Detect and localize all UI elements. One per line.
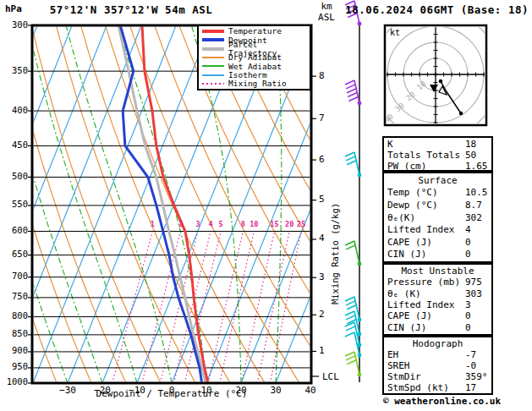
legend-row: Isotherm bbox=[200, 71, 308, 79]
isotherm-line bbox=[33, 25, 176, 383]
wind-barb-feather bbox=[346, 326, 355, 331]
wind-barb-feather bbox=[347, 89, 356, 93]
temp-tick-label: 30 bbox=[263, 386, 288, 396]
mixing-ratio-value-label: 1 bbox=[143, 221, 162, 228]
stats-row: StmDir359° bbox=[387, 371, 488, 382]
stats-row-value: 18 bbox=[465, 139, 476, 150]
wind-barb-feather bbox=[345, 311, 354, 315]
parcel-trajectory-legend-swatch bbox=[202, 47, 224, 51]
stats-row: Lifted Index3 bbox=[387, 299, 488, 310]
stats-row-label: Temp (°C) bbox=[387, 187, 438, 198]
stats-row-value: 0 bbox=[465, 310, 471, 321]
wind-barb-feather bbox=[346, 315, 355, 320]
stats-row: θₑ(K)302 bbox=[387, 211, 488, 224]
wind-barb-feather bbox=[346, 85, 355, 89]
copyright-watermark: © weatheronline.co.uk bbox=[364, 397, 520, 407]
stats-row: CIN (J)0 bbox=[387, 322, 488, 333]
legend-label: Isotherm bbox=[228, 71, 267, 79]
wet-adiabat-line bbox=[28, 25, 137, 383]
stats-row: PW (cm)1.65 bbox=[387, 161, 488, 172]
stats-row-value: 359° bbox=[465, 371, 488, 382]
stats-row-label: Dewp (°C) bbox=[387, 200, 438, 211]
pressure-tick-label: 750 bbox=[3, 292, 28, 302]
stats-box-header: Surface bbox=[387, 174, 488, 187]
legend-row: Temperature bbox=[200, 27, 308, 36]
dewpoint-legend-swatch bbox=[202, 38, 224, 41]
stats-row: Temp (°C)10.5 bbox=[387, 187, 488, 200]
wind-barb-shaft bbox=[354, 241, 359, 264]
legend-row: Dry Adiabat bbox=[200, 53, 308, 62]
wind-barb-feather bbox=[345, 152, 354, 156]
stats-row-value: 0 bbox=[465, 249, 471, 260]
km-tick-label: 6 bbox=[319, 155, 325, 165]
wind-barb-feather bbox=[345, 332, 354, 337]
wind-barb-feather bbox=[348, 93, 357, 97]
temp-tick-label: −10 bbox=[124, 386, 150, 396]
stats-row-label: StmSpd (kt) bbox=[387, 382, 449, 393]
stats-row-label: θₑ (K) bbox=[387, 288, 421, 299]
km-tick-label: 3 bbox=[319, 272, 325, 282]
stats-row-label: Pressure (mb) bbox=[387, 277, 460, 288]
stats-row-label: CIN (J) bbox=[387, 249, 426, 260]
temp-tick-label: −30 bbox=[55, 386, 80, 396]
wind-barb-shaft bbox=[354, 80, 359, 103]
stats-box: SurfaceTemp (°C)10.5Dewp (°C)8.7θₑ(K)302… bbox=[382, 172, 493, 263]
km-tick-label: 1 bbox=[319, 346, 325, 356]
pressure-tick-label: 300 bbox=[3, 20, 28, 30]
mixing-ratio-value-label: 2 bbox=[171, 221, 189, 228]
legend-label: Mixing Ratio bbox=[228, 79, 287, 88]
stats-row: SREH-0 bbox=[387, 360, 488, 371]
pressure-tick-label: 450 bbox=[3, 140, 28, 151]
stats-box-header: Most Unstable bbox=[387, 266, 488, 277]
km-tick-label: 5 bbox=[319, 195, 325, 205]
stats-row: CAPE (J)0 bbox=[387, 310, 488, 321]
stats-row: Dewp (°C)8.7 bbox=[387, 199, 488, 211]
stats-row-value: 3 bbox=[465, 299, 471, 310]
temp-tick-label: −20 bbox=[90, 386, 115, 396]
mixing-ratio-value-label: 5 bbox=[211, 221, 230, 228]
hodograph-unit-label: kt bbox=[390, 28, 400, 37]
stats-row-value: 1.65 bbox=[465, 161, 488, 172]
stats-row-label: Lifted Index bbox=[387, 224, 454, 235]
wind-barb-feather bbox=[345, 352, 354, 356]
stats-row: Pressure (mb)975 bbox=[387, 277, 488, 288]
stats-row-label: K bbox=[387, 139, 393, 150]
stats-row: Totals Totals50 bbox=[387, 150, 488, 161]
altitude-unit-asl-label: ASL bbox=[314, 13, 339, 23]
pressure-tick-label: 400 bbox=[3, 106, 28, 116]
pressure-tick-label: 850 bbox=[3, 329, 28, 339]
wind-barb-feather bbox=[346, 356, 355, 360]
legend-row: Parcel Trajectory bbox=[200, 45, 308, 53]
pressure-unit-label: hPa bbox=[5, 4, 22, 14]
wet-adiabat-legend-swatch bbox=[202, 65, 224, 67]
stats-row-value: 8.7 bbox=[465, 200, 482, 211]
pressure-tick-label: 600 bbox=[3, 226, 28, 236]
skewt-sounding-page: 10203040 hPa 57°12'N 357°12'W 54m ASL 18… bbox=[0, 0, 532, 411]
hodograph-trace-dot bbox=[439, 79, 443, 84]
stats-row: CAPE (J)0 bbox=[387, 236, 488, 249]
wind-barb-column bbox=[345, 1, 361, 382]
stats-row-value: 4 bbox=[465, 224, 471, 235]
wind-barb-station-dot bbox=[358, 22, 362, 26]
wind-barb-station-dot bbox=[358, 353, 362, 358]
station-title: 57°12'N 357°12'W 54m ASL bbox=[34, 4, 228, 16]
mixing-ratio-value-label: 25 bbox=[292, 221, 310, 228]
stats-box: K18Totals Totals50PW (cm)1.65 bbox=[382, 136, 493, 172]
pressure-tick-label: 550 bbox=[3, 200, 28, 210]
pressure-tick-label: 900 bbox=[3, 346, 28, 356]
stats-row: CIN (J)0 bbox=[387, 248, 488, 260]
km-tick-label: 7 bbox=[319, 113, 325, 123]
lcl-label: LCL bbox=[322, 372, 339, 382]
stats-row-label: EH bbox=[387, 349, 398, 360]
legend-label: Wet Adiabat bbox=[228, 63, 282, 71]
hodograph-trace-dot bbox=[459, 112, 463, 116]
stats-row-value: 10.5 bbox=[465, 187, 488, 198]
datetime-label: 18.06.2024 06GMT (Base: 18) bbox=[338, 4, 529, 16]
wind-barb-feather bbox=[346, 156, 355, 161]
stats-row-label: PW (cm) bbox=[387, 161, 426, 172]
temp-tick-label: 0 bbox=[159, 386, 184, 396]
wind-barb-shaft bbox=[354, 152, 359, 175]
wind-barb-station-dot bbox=[358, 173, 362, 178]
temperature-legend-swatch bbox=[202, 30, 224, 33]
wind-barb-station-dot bbox=[358, 318, 362, 322]
